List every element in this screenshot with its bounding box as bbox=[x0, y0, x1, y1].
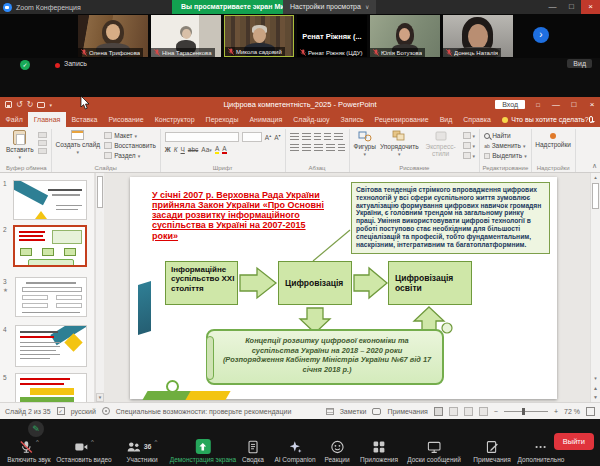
ppt-minimize-button[interactable]: — bbox=[548, 100, 564, 109]
font-color-button[interactable]: А bbox=[222, 145, 226, 154]
shrink-font-icon[interactable]: А▾ bbox=[274, 133, 280, 141]
sign-in-button[interactable]: Вход bbox=[495, 100, 525, 109]
align-right-icon[interactable] bbox=[314, 144, 323, 151]
slideshow-view-button[interactable] bbox=[479, 407, 488, 416]
spellcheck-icon[interactable]: ✓ bbox=[57, 407, 65, 415]
view-button[interactable]: Вид bbox=[567, 59, 592, 68]
accessibility-status[interactable]: Специальные возможности: проверьте реком… bbox=[116, 408, 292, 415]
replace-button[interactable]: abЗаменить▾ bbox=[484, 142, 527, 149]
copy-icon[interactable] bbox=[38, 140, 47, 146]
paste-button[interactable]: Вставить ▾ bbox=[6, 130, 34, 163]
format-painter-icon[interactable] bbox=[38, 148, 47, 154]
caret-up-icon[interactable]: ^ bbox=[91, 439, 94, 445]
ai-companion-button[interactable]: AI Companion bbox=[274, 439, 315, 463]
increase-indent-icon[interactable] bbox=[324, 133, 331, 140]
participant-video-nina[interactable]: Ніна Тарасенкова bbox=[151, 15, 221, 57]
tab-transitions[interactable]: Переходы bbox=[200, 112, 244, 127]
annotation-pencil-icon[interactable]: ✎ bbox=[28, 421, 44, 437]
bold-button[interactable]: Ж bbox=[165, 146, 171, 153]
tab-home[interactable]: Главная bbox=[28, 112, 66, 127]
redo-icon[interactable]: ↻ bbox=[27, 100, 34, 109]
participant-video-yuliia[interactable]: Юлія Ботузова bbox=[370, 15, 440, 57]
reactions-button[interactable]: Реакции bbox=[324, 439, 349, 463]
zoom-slider-thumb[interactable] bbox=[522, 408, 525, 415]
notes-button[interactable]: Примечания bbox=[473, 439, 511, 463]
summary-button[interactable]: Сводка bbox=[242, 439, 264, 463]
highlight-color-button[interactable]: А bbox=[215, 145, 219, 154]
unmute-button[interactable]: ^ Включить звук bbox=[7, 439, 50, 463]
quick-styles-button[interactable]: Экспресс-стили bbox=[423, 130, 459, 163]
select-button[interactable]: Выделить▾ bbox=[484, 152, 527, 159]
justify-icon[interactable] bbox=[326, 144, 335, 151]
ppt-maximize-button[interactable]: □ bbox=[566, 100, 582, 109]
strikethrough-button[interactable]: abc bbox=[188, 146, 198, 153]
tab-help[interactable]: Справка bbox=[458, 112, 496, 127]
scroll-down-icon[interactable]: ▾ bbox=[96, 393, 104, 402]
next-participants-button[interactable]: › bbox=[533, 27, 549, 43]
share-screen-button[interactable]: Демонстрация экрана bbox=[170, 439, 236, 463]
shape-outline-icon[interactable] bbox=[463, 142, 471, 149]
tab-animations[interactable]: Анимация bbox=[244, 112, 288, 127]
caret-up-icon[interactable]: ^ bbox=[154, 439, 157, 445]
slide-box-info-society[interactable]: Інформаційне суспільство XXI століття bbox=[165, 261, 238, 305]
scrollbar-thumb[interactable] bbox=[592, 183, 599, 209]
close-button[interactable]: × bbox=[581, 0, 600, 14]
zoom-out-button[interactable]: − bbox=[494, 408, 498, 415]
align-center-icon[interactable] bbox=[302, 144, 311, 151]
shapes-button[interactable]: Фигуры ▾ bbox=[354, 130, 376, 163]
main-scrollbar[interactable]: ▴ ▾ ▲ ▼ bbox=[590, 173, 600, 402]
scrollbar-thumb[interactable] bbox=[97, 176, 103, 208]
tab-file[interactable]: Файл bbox=[0, 112, 28, 127]
whiteboards-button[interactable]: Доски сообщений bbox=[407, 439, 461, 463]
slide-canvas[interactable]: У січні 2007 р. Верховна Рада України пр… bbox=[130, 177, 557, 399]
participant-video-olena[interactable]: Олена Трифонова bbox=[78, 15, 148, 57]
new-slide-button[interactable]: Создать слайд ▾ bbox=[56, 130, 101, 163]
slide-thumbnail-2-selected[interactable] bbox=[13, 225, 87, 267]
section-button[interactable]: Раздел▾ bbox=[104, 152, 156, 159]
addins-button[interactable]: Надстройки bbox=[536, 130, 571, 148]
ppt-close-button[interactable]: × bbox=[584, 100, 600, 109]
minimize-button[interactable]: — bbox=[543, 0, 562, 14]
line-spacing-icon[interactable] bbox=[334, 133, 343, 140]
cut-icon[interactable] bbox=[38, 132, 47, 138]
align-left-icon[interactable] bbox=[290, 144, 299, 151]
notes-button[interactable]: Заметки bbox=[340, 408, 367, 415]
fit-to-window-button[interactable] bbox=[586, 407, 595, 416]
shape-fill-icon[interactable] bbox=[463, 132, 471, 139]
caret-up-icon[interactable]: ^ bbox=[36, 439, 39, 445]
previous-slide-button[interactable]: ▲ bbox=[591, 384, 600, 392]
comments-icon[interactable] bbox=[589, 116, 593, 123]
underline-button[interactable]: Ч bbox=[181, 146, 185, 153]
slide-thumbnail-3[interactable] bbox=[15, 277, 87, 317]
tab-slideshow[interactable]: Слайд-шоу bbox=[288, 112, 335, 127]
apps-button[interactable]: Приложения bbox=[360, 439, 398, 463]
tab-draw[interactable]: Рисование bbox=[103, 112, 149, 127]
participant-video-donets[interactable]: Донець Наталія bbox=[443, 15, 513, 57]
tab-design[interactable]: Конструктор bbox=[149, 112, 200, 127]
qat-customize-icon[interactable]: ▾ bbox=[49, 102, 52, 108]
font-size-select[interactable] bbox=[242, 132, 262, 142]
find-button[interactable]: Найти bbox=[484, 132, 527, 139]
next-slide-button[interactable]: ▼ bbox=[591, 393, 600, 401]
tab-record[interactable]: Запись bbox=[335, 112, 369, 127]
shape-effects-icon[interactable] bbox=[463, 152, 471, 159]
change-case-button[interactable]: Аа▾ bbox=[201, 146, 212, 153]
tab-insert[interactable]: Вставка bbox=[66, 112, 103, 127]
italic-button[interactable]: К bbox=[174, 146, 178, 153]
participant-video-renat[interactable]: Ренат Ріжняк (... Ренат Ріжняк (ЦДУ) bbox=[297, 15, 367, 57]
participants-button[interactable]: 36 ^ Участники bbox=[126, 439, 157, 463]
collapse-ribbon-icon[interactable]: ∧ bbox=[592, 162, 597, 170]
slide-thumbnail-4[interactable] bbox=[15, 325, 87, 367]
slide-banner-scroll[interactable]: Концепції розвитку цифрової економіки та… bbox=[206, 329, 444, 385]
participant-video-mykola[interactable]: Микола садовий bbox=[224, 15, 294, 57]
layout-button[interactable]: Макет▾ bbox=[104, 132, 156, 139]
grow-font-icon[interactable]: А▴ bbox=[265, 133, 271, 141]
numbering-icon[interactable] bbox=[302, 133, 311, 140]
comments-button[interactable]: Примечания bbox=[387, 408, 427, 415]
language-indicator[interactable]: русский bbox=[71, 408, 96, 415]
scroll-down-icon[interactable]: ▾ bbox=[591, 374, 600, 382]
bullets-icon[interactable] bbox=[290, 133, 299, 140]
start-slideshow-icon[interactable] bbox=[37, 102, 45, 108]
undo-icon[interactable]: ↺ bbox=[16, 100, 23, 109]
slide-box-digital-education[interactable]: Цифровізація освіти bbox=[388, 261, 472, 305]
